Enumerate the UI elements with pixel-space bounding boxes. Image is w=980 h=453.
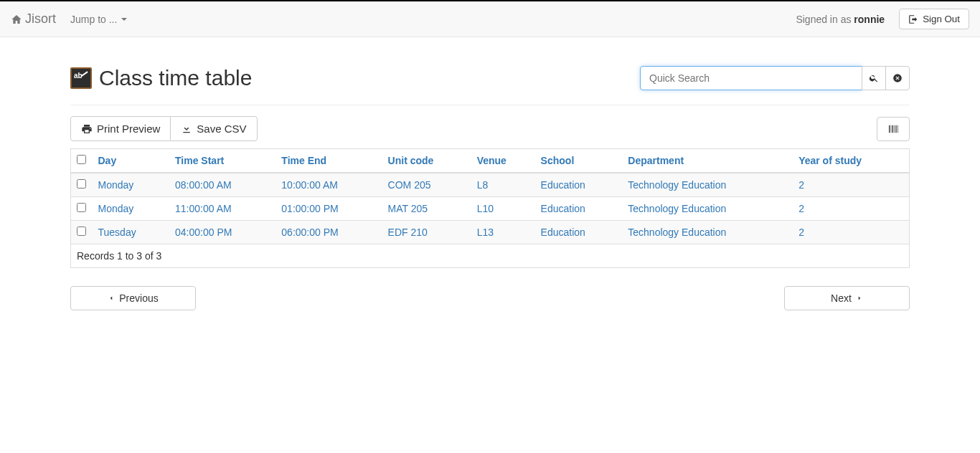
download-icon (181, 123, 192, 135)
search-input[interactable] (640, 66, 862, 90)
close-circle-icon (892, 73, 903, 83)
cell-time-end[interactable]: 06:00:00 PM (281, 226, 338, 238)
home-icon (11, 14, 22, 25)
row-checkbox[interactable] (77, 203, 86, 212)
chalkboard-icon (70, 67, 92, 89)
col-department[interactable]: Department (628, 155, 684, 166)
brand-link[interactable]: Jisort (11, 11, 56, 27)
signout-label: Sign Out (923, 14, 960, 24)
cell-year[interactable]: 2 (798, 226, 804, 238)
chevron-right-icon (856, 295, 863, 302)
chevron-left-icon (108, 295, 115, 302)
toolbar: Print Preview Save CSV (70, 116, 910, 141)
signout-icon (908, 14, 918, 24)
barcode-icon (887, 123, 899, 135)
cell-day[interactable]: Monday (98, 203, 134, 214)
search-icon (869, 73, 879, 83)
cell-venue[interactable]: L13 (477, 226, 494, 238)
cell-school[interactable]: Education (541, 203, 585, 214)
cell-venue[interactable]: L8 (477, 179, 489, 191)
records-summary-row: Records 1 to 3 of 3 (71, 244, 910, 268)
cell-unit-code[interactable]: EDF 210 (388, 226, 428, 238)
cell-time-start[interactable]: 08:00:00 AM (175, 179, 232, 191)
select-all-checkbox[interactable] (77, 155, 86, 164)
timetable-table: Day Time Start Time End Unit code Venue … (70, 148, 910, 268)
cell-school[interactable]: Education (541, 179, 585, 191)
signout-button[interactable]: Sign Out (899, 9, 969, 29)
search-group (640, 66, 910, 90)
cell-department[interactable]: Technology Education (628, 226, 726, 238)
savecsv-label: Save CSV (197, 123, 246, 135)
cell-year[interactable]: 2 (798, 203, 804, 214)
next-label: Next (831, 292, 852, 304)
col-unit-code[interactable]: Unit code (388, 155, 434, 166)
col-school[interactable]: School (541, 155, 575, 166)
records-summary: Records 1 to 3 of 3 (71, 244, 910, 268)
row-checkbox[interactable] (77, 226, 86, 236)
cell-time-start[interactable]: 11:00:00 AM (175, 203, 232, 214)
cell-time-end[interactable]: 10:00:00 AM (281, 179, 338, 191)
cell-department[interactable]: Technology Education (628, 203, 726, 214)
cell-school[interactable]: Education (541, 226, 585, 238)
print-label: Print Preview (97, 123, 160, 135)
row-checkbox[interactable] (77, 179, 86, 189)
jump-label: Jump to ... (70, 14, 117, 25)
cell-time-end[interactable]: 01:00:00 PM (281, 203, 338, 214)
table-row[interactable]: Tuesday 04:00:00 PM 06:00:00 PM EDF 210 … (71, 221, 910, 244)
caret-down-icon (121, 18, 127, 21)
search-button[interactable] (862, 66, 886, 90)
barcode-button[interactable] (877, 117, 910, 141)
jump-menu[interactable]: Jump to ... (70, 14, 127, 25)
page-title: Class time table (70, 66, 252, 90)
signed-in-text: Signed in as ronnie (796, 14, 885, 25)
cell-department[interactable]: Technology Education (628, 179, 726, 191)
table-row[interactable]: Monday 08:00:00 AM 10:00:00 AM COM 205 L… (71, 173, 910, 197)
cell-unit-code[interactable]: COM 205 (388, 179, 431, 191)
cell-time-start[interactable]: 04:00:00 PM (175, 226, 232, 238)
table-row[interactable]: Monday 11:00:00 AM 01:00:00 PM MAT 205 L… (71, 197, 910, 221)
cell-year[interactable]: 2 (798, 179, 804, 191)
previous-label: Previous (119, 292, 158, 304)
cell-venue[interactable]: L10 (477, 203, 494, 214)
previous-button[interactable]: Previous (70, 286, 196, 310)
next-button[interactable]: Next (784, 286, 910, 310)
navbar: Jisort Jump to ... Signed in as ronnie S… (0, 1, 980, 37)
pager: Previous Next (70, 286, 910, 310)
cell-day[interactable]: Monday (98, 179, 134, 191)
print-icon (81, 123, 93, 135)
col-time-start[interactable]: Time Start (175, 155, 224, 166)
page-header: Class time table (70, 66, 910, 105)
col-year[interactable]: Year of study (798, 155, 862, 166)
col-time-end[interactable]: Time End (281, 155, 326, 166)
save-csv-button[interactable]: Save CSV (170, 116, 257, 141)
cell-day[interactable]: Tuesday (98, 226, 136, 238)
print-preview-button[interactable]: Print Preview (70, 116, 171, 141)
col-day[interactable]: Day (98, 155, 117, 166)
clear-search-button[interactable] (885, 66, 910, 90)
brand-text: Jisort (25, 11, 56, 27)
cell-unit-code[interactable]: MAT 205 (388, 203, 428, 214)
col-venue[interactable]: Venue (477, 155, 507, 166)
